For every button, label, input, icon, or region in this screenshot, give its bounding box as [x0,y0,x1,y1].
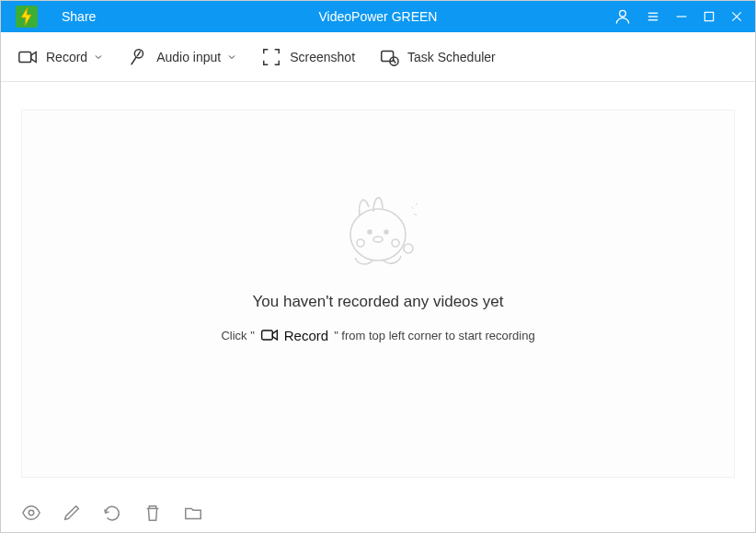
screenshot-icon [261,47,281,67]
edit-icon[interactable] [62,503,82,523]
empty-state-panel: You haven't recorded any videos yet Clic… [21,110,735,478]
svg-point-22 [392,239,399,247]
mascot-illustration [327,184,429,276]
app-logo [16,6,38,28]
audio-input-button[interactable]: Audio input [128,47,237,67]
footer-toolbar [21,503,203,523]
svg-rect-9 [19,52,31,62]
content-area: You haven't recorded any videos yet Clic… [1,82,755,478]
svg-point-17 [350,209,406,261]
record-button[interactable]: Record [17,47,104,67]
svg-point-21 [357,239,364,247]
empty-hint: Click " Record " from top left corner to… [221,326,534,344]
task-scheduler-label: Task Scheduler [407,50,496,64]
svg-rect-6 [704,12,713,20]
app-title: VideoPower GREEN [319,9,438,24]
task-scheduler-button[interactable]: Task Scheduler [379,47,496,67]
hint-record: Record [260,326,328,344]
empty-heading: You haven't recorded any videos yet [253,293,504,311]
hint-suffix: " from top left corner to start recordin… [334,329,534,342]
preview-icon[interactable] [21,503,41,523]
scheduler-icon [379,47,399,67]
hint-record-label: Record [284,328,328,343]
toolbar: Record Audio input Screenshot [1,32,755,82]
screenshot-button[interactable]: Screenshot [261,47,355,67]
svg-point-19 [384,230,388,234]
camera-icon [260,326,279,344]
record-label: Record [46,50,87,64]
svg-point-18 [368,230,372,234]
svg-point-1 [620,10,626,17]
chevron-down-icon [226,52,237,63]
svg-point-20 [373,237,383,242]
svg-rect-13 [382,51,394,61]
svg-rect-24 [261,330,272,340]
folder-icon[interactable] [183,503,203,523]
svg-point-23 [404,244,413,253]
lightning-icon [16,6,38,28]
minimize-icon[interactable] [674,9,689,24]
maximize-icon[interactable] [702,9,716,24]
titlebar: Share VideoPower GREEN [1,1,755,32]
menu-icon[interactable] [645,8,661,25]
svg-point-25 [29,510,34,516]
hint-prefix: Click " [221,329,254,342]
delete-icon[interactable] [143,503,163,523]
screenshot-label: Screenshot [290,50,355,64]
refresh-icon[interactable] [102,503,122,523]
close-icon[interactable] [729,9,744,24]
microphone-icon [128,47,148,67]
svg-line-16 [395,61,396,63]
chevron-down-icon [93,52,104,63]
user-icon[interactable] [613,7,632,26]
window-controls [613,7,744,26]
svg-line-12 [137,51,141,56]
camera-icon [17,47,38,67]
audio-input-label: Audio input [156,50,221,64]
share-link[interactable]: Share [62,9,96,24]
svg-line-11 [132,57,137,64]
